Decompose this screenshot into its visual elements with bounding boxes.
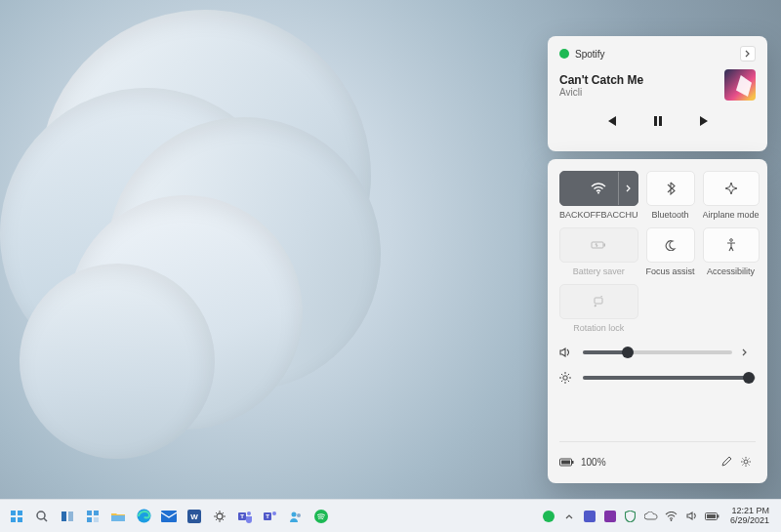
volume-expand-button[interactable] (742, 348, 756, 356)
bluetooth-tile[interactable] (646, 171, 695, 206)
tray-security-icon[interactable] (622, 508, 639, 525)
desktop: Spotify Can't Catch Me Avicli (0, 0, 781, 532)
svg-point-11 (744, 460, 748, 464)
pause-button[interactable] (649, 112, 667, 130)
next-track-button[interactable] (696, 112, 714, 130)
mail-icon[interactable] (158, 506, 180, 527)
tray-battery-icon[interactable] (704, 508, 721, 525)
svg-rect-1 (659, 116, 662, 126)
svg-rect-25 (161, 511, 177, 522)
media-app-name: Spotify (575, 49, 605, 60)
settings-icon[interactable] (209, 506, 230, 527)
svg-point-16 (37, 512, 45, 519)
edit-quick-settings-button[interactable] (717, 452, 736, 471)
wifi-tile[interactable] (559, 171, 638, 206)
svg-rect-13 (18, 511, 22, 515)
svg-point-41 (671, 519, 673, 521)
svg-rect-21 (87, 517, 92, 522)
brightness-slider[interactable] (583, 376, 756, 380)
tray-chevron-icon[interactable] (560, 508, 578, 525)
tray-onedrive-icon[interactable] (642, 508, 660, 525)
svg-rect-22 (94, 517, 99, 522)
tray-teams-icon[interactable] (581, 508, 598, 525)
tile-label: Focus assist (646, 266, 695, 276)
track-artist: Avicli (559, 87, 724, 98)
svg-rect-6 (595, 298, 602, 304)
battery-saver-tile[interactable] (559, 227, 638, 263)
previous-track-button[interactable] (602, 112, 620, 130)
spotify-taskbar-icon[interactable] (310, 506, 332, 527)
album-art (724, 69, 756, 101)
clock-date: 6/29/2021 (730, 516, 769, 526)
svg-rect-18 (68, 512, 73, 521)
airplane-icon (724, 182, 738, 195)
battery-icon (559, 458, 575, 467)
svg-point-28 (217, 513, 223, 519)
tile-label: Battery saver (559, 266, 638, 276)
svg-rect-0 (654, 116, 657, 126)
airplane-mode-tile[interactable] (703, 171, 760, 206)
search-button[interactable] (31, 506, 53, 527)
svg-rect-9 (572, 461, 574, 464)
rotation-lock-tile[interactable] (559, 284, 638, 319)
accessibility-icon (725, 238, 737, 252)
widgets-button[interactable] (82, 506, 103, 527)
clock[interactable]: 12:21 PM 6/29/2021 (724, 507, 775, 526)
media-flyout: Spotify Can't Catch Me Avicli (548, 36, 767, 151)
task-view-button[interactable] (57, 506, 78, 527)
word-icon[interactable]: W (184, 506, 205, 527)
spotify-icon (559, 49, 569, 59)
bluetooth-icon (666, 182, 676, 195)
teams2-icon[interactable]: T (260, 506, 281, 527)
tile-label: BACKOFFBACCHU (559, 210, 638, 220)
wifi-expand-button[interactable] (618, 172, 637, 205)
svg-rect-20 (94, 511, 99, 515)
svg-point-7 (563, 376, 567, 380)
wifi-icon (591, 183, 606, 194)
tile-label: Bluetooth (646, 210, 695, 220)
quick-settings-panel: BACKOFFBACCHU Bluetooth Airplane mode Ba… (548, 159, 767, 483)
people-icon[interactable] (285, 506, 307, 527)
svg-rect-44 (707, 514, 716, 518)
tile-label: Rotation lock (559, 323, 638, 333)
battery-text[interactable]: 100% (581, 457, 606, 468)
svg-point-36 (297, 513, 301, 517)
tray-wifi-icon[interactable] (663, 508, 680, 525)
svg-point-5 (729, 239, 732, 242)
focus-icon (665, 239, 677, 251)
expand-button[interactable] (740, 46, 756, 61)
svg-point-35 (292, 512, 297, 516)
svg-text:T: T (266, 513, 269, 519)
svg-rect-19 (87, 511, 92, 515)
tray-spotify-icon[interactable] (540, 508, 557, 525)
svg-rect-12 (11, 511, 16, 515)
battery-saver-icon (591, 240, 606, 250)
svg-point-31 (247, 512, 251, 515)
settings-button[interactable] (736, 452, 756, 471)
svg-rect-17 (62, 512, 66, 521)
file-explorer-icon[interactable] (107, 506, 129, 527)
svg-rect-15 (18, 517, 22, 522)
teams-icon[interactable]: T (234, 506, 256, 527)
svg-rect-39 (584, 511, 596, 522)
volume-icon (559, 347, 573, 358)
brightness-icon (559, 372, 573, 384)
tray-volume-icon[interactable] (683, 508, 701, 525)
tray-onenote-icon[interactable] (601, 508, 619, 525)
svg-rect-14 (11, 517, 16, 522)
quick-settings-tiles: BACKOFFBACCHU Bluetooth Airplane mode Ba… (559, 171, 756, 333)
accessibility-tile[interactable] (703, 227, 760, 263)
edge-icon[interactable] (133, 506, 154, 527)
svg-point-34 (272, 512, 276, 515)
svg-rect-43 (718, 514, 719, 517)
svg-rect-23 (111, 515, 125, 521)
svg-text:W: W (190, 512, 198, 521)
svg-rect-4 (604, 244, 606, 247)
volume-slider[interactable] (583, 350, 732, 354)
start-button[interactable] (6, 506, 27, 527)
svg-point-38 (543, 511, 555, 522)
track-title: Can't Catch Me (559, 73, 724, 87)
focus-assist-tile[interactable] (646, 227, 695, 263)
brightness-row (559, 372, 756, 384)
svg-point-2 (597, 192, 599, 194)
